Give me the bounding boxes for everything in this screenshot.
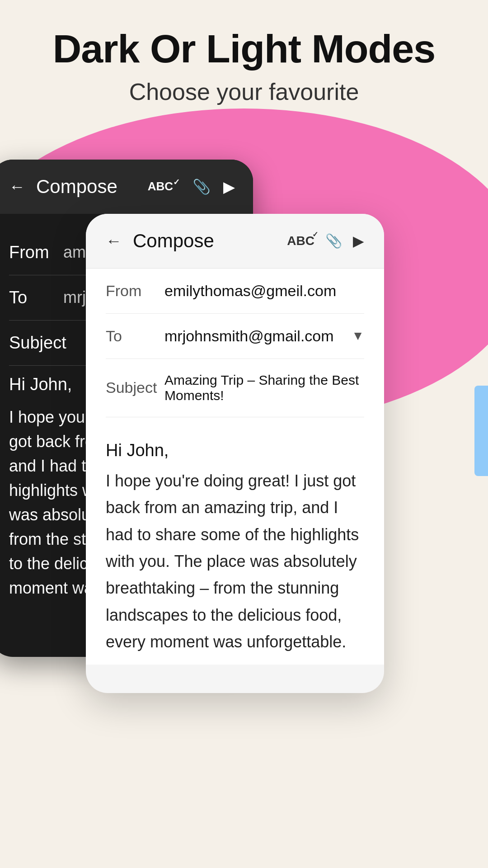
top-section: Dark Or Light Modes Choose your favourit… <box>0 0 488 105</box>
light-to-value[interactable]: mrjohnsmith@gmail.com <box>164 327 352 345</box>
light-from-label: From <box>106 282 164 300</box>
light-header-left: ← Compose <box>106 230 214 252</box>
dark-from-label: From <box>9 243 63 262</box>
light-spellcheck-icon[interactable]: ABC✓ <box>287 234 314 248</box>
light-mode-card: ← Compose ABC✓ 📎 ▶ From emilythomas@gmei… <box>86 214 384 693</box>
light-attach-icon[interactable]: 📎 <box>325 233 342 249</box>
dark-send-icon[interactable]: ▶ <box>223 178 235 196</box>
light-to-row: To mrjohnsmith@gmail.com ▼ <box>106 314 364 359</box>
dark-subject-label: Subject <box>9 333 63 353</box>
dark-spellcheck-icon[interactable]: ABC✓ <box>148 179 180 193</box>
dark-back-arrow-icon[interactable]: ← <box>9 177 25 196</box>
dark-header-icons: ABC✓ 📎 ▶ <box>148 178 235 196</box>
subtitle: Choose your favourite <box>18 78 470 105</box>
light-body-text: I hope you're doing great! I just got ba… <box>106 467 364 656</box>
dark-card-header: ← Compose ABC✓ 📎 ▶ <box>0 160 253 214</box>
light-to-label: To <box>106 327 164 345</box>
light-card-header: ← Compose ABC✓ 📎 ▶ <box>86 214 384 269</box>
light-subject-label: Subject <box>106 379 164 396</box>
dark-attach-icon[interactable]: 📎 <box>192 178 211 195</box>
blue-accent-strip <box>474 386 488 476</box>
light-subject-row: Subject Amazing Trip – Sharing the Best … <box>106 359 364 417</box>
dark-compose-title: Compose <box>36 176 117 198</box>
light-send-icon[interactable]: ▶ <box>353 232 364 250</box>
cards-container: ← Compose ABC✓ 📎 ▶ From amo To mrjoh Sub <box>0 160 488 793</box>
light-subject-value[interactable]: Amazing Trip – Sharing the Best Moments! <box>164 373 364 403</box>
dark-to-label: To <box>9 288 63 307</box>
light-from-row: From emilythomas@gmeil.com <box>106 269 364 314</box>
light-from-value[interactable]: emilythomas@gmeil.com <box>164 282 364 300</box>
light-greeting: Hi John, <box>106 441 364 460</box>
light-body-content: Hi John, I hope you're doing great! I ju… <box>106 417 364 665</box>
light-back-arrow-icon[interactable]: ← <box>106 231 122 250</box>
dark-header-left: ← Compose <box>9 176 117 198</box>
light-card-body: From emilythomas@gmeil.com To mrjohnsmit… <box>86 269 384 665</box>
main-title: Dark Or Light Modes <box>18 27 470 71</box>
light-to-dropdown-icon[interactable]: ▼ <box>352 329 364 343</box>
light-compose-title: Compose <box>133 230 214 252</box>
light-header-icons: ABC✓ 📎 ▶ <box>287 232 364 250</box>
